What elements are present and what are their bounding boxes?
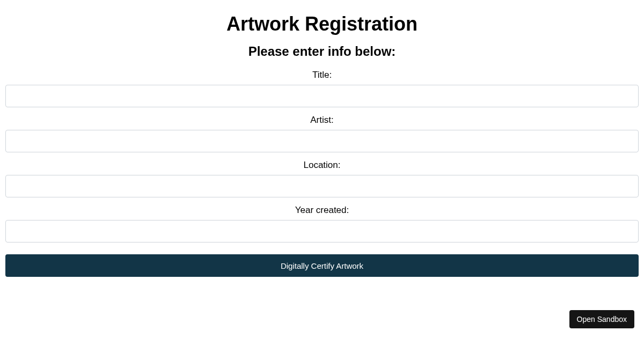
field-group-year: Year created: (5, 205, 639, 243)
title-input[interactable] (5, 85, 639, 107)
registration-form: Title: Artist: Location: Year created: D… (0, 70, 644, 277)
field-group-artist: Artist: (5, 115, 639, 152)
page-subtitle: Please enter info below: (0, 44, 644, 59)
field-group-title: Title: (5, 70, 639, 107)
page-title: Artwork Registration (0, 13, 644, 35)
certify-button[interactable]: Digitally Certify Artwork (5, 254, 639, 277)
location-input[interactable] (5, 175, 639, 197)
year-input[interactable] (5, 220, 639, 243)
location-label: Location: (5, 160, 639, 171)
artist-input[interactable] (5, 130, 639, 152)
year-label: Year created: (5, 205, 639, 216)
title-label: Title: (5, 70, 639, 80)
open-sandbox-button[interactable]: Open Sandbox (569, 310, 634, 328)
field-group-location: Location: (5, 160, 639, 197)
artist-label: Artist: (5, 115, 639, 126)
